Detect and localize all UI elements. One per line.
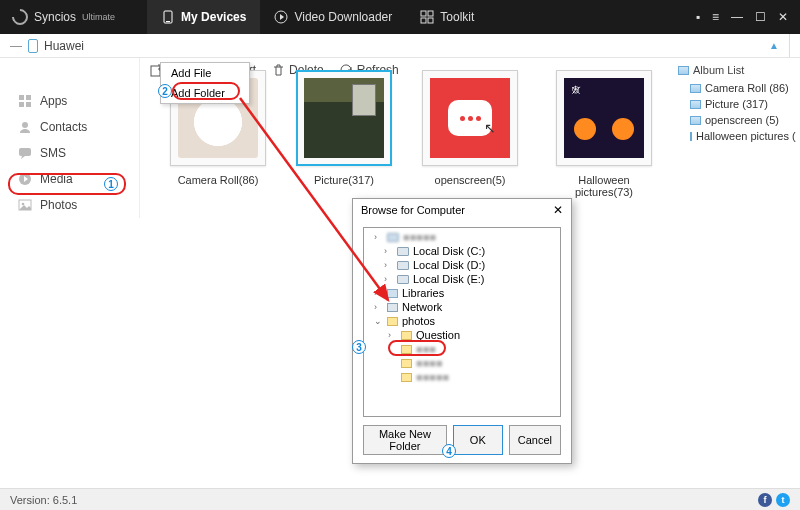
device-eject-icon[interactable]: ▲ — [769, 40, 779, 51]
expand-down-icon[interactable]: ⌄ — [374, 316, 383, 326]
tree-node-network[interactable]: ›Network — [366, 300, 558, 314]
top-tabs: My Devices Video Downloader Toolkit — [147, 0, 488, 34]
album-picture[interactable]: Picture(317) — [296, 70, 392, 198]
tree-label: Network — [402, 301, 442, 313]
computer-icon — [387, 233, 399, 242]
tree-node[interactable]: ■■■ — [366, 342, 558, 356]
album-openscreen[interactable]: ↖ openscreen(5) — [422, 70, 518, 198]
minimize-icon[interactable]: — — [731, 10, 743, 24]
folder-tree[interactable]: ›■■■■■ ›Local Disk (C:) ›Local Disk (D:)… — [363, 227, 561, 417]
dialog-title: Browse for Computer — [361, 204, 465, 216]
sidebar-item-photos[interactable]: Photos — [0, 192, 139, 218]
tree-node[interactable]: ■■■■ — [366, 356, 558, 370]
album-list-header: Album List — [678, 64, 796, 76]
device-phone-icon — [28, 39, 38, 53]
tree-label: photos — [402, 315, 435, 327]
notify-icon[interactable]: ▪ — [696, 10, 700, 24]
tree-node-c[interactable]: ›Local Disk (C:) — [366, 244, 558, 258]
album-thumb: ↖ — [422, 70, 518, 166]
device-name[interactable]: Huawei — [44, 39, 84, 53]
network-icon — [387, 303, 398, 312]
tree-node[interactable]: ■■■■■ — [366, 370, 558, 384]
add-file-item[interactable]: Add File — [161, 63, 249, 83]
svg-rect-3 — [421, 11, 426, 16]
tree-node-e[interactable]: ›Local Disk (E:) — [366, 272, 558, 286]
twitter-icon[interactable]: t — [776, 493, 790, 507]
sms-icon — [18, 146, 32, 160]
album-list-item[interactable]: Picture (317) — [678, 96, 796, 112]
tab-toolkit[interactable]: Toolkit — [406, 0, 488, 34]
app-brand: Syncios Ultimate — [0, 9, 127, 25]
browse-dialog: Browse for Computer ✕ ›■■■■■ ›Local Disk… — [352, 198, 572, 464]
version-label: Version: 6.5.1 — [10, 494, 77, 506]
app-name: Syncios — [34, 10, 76, 24]
svg-rect-4 — [428, 11, 433, 16]
svg-point-17 — [22, 203, 25, 206]
folder-icon — [401, 345, 412, 354]
tree-node-d[interactable]: ›Local Disk (D:) — [366, 258, 558, 272]
app-edition: Ultimate — [82, 12, 115, 22]
grid-icon — [420, 10, 434, 24]
drive-icon — [397, 261, 409, 270]
sidebar: Apps Contacts SMS Media Photos — [0, 58, 140, 218]
album-list-item[interactable]: Halloween pictures (73) — [678, 128, 796, 144]
facebook-icon[interactable]: f — [758, 493, 772, 507]
tree-node-photos[interactable]: ⌄photos — [366, 314, 558, 328]
folder-icon — [401, 359, 412, 368]
sidebar-item-sms[interactable]: SMS — [0, 140, 139, 166]
sidebar-item-media[interactable]: Media — [0, 166, 139, 192]
ok-button[interactable]: OK — [453, 425, 503, 455]
tab-video-label: Video Downloader — [294, 10, 392, 24]
media-icon — [18, 172, 32, 186]
tab-my-devices[interactable]: My Devices — [147, 0, 260, 34]
sidebar-photos-label: Photos — [40, 198, 77, 212]
album-list-item[interactable]: openscreen (5) — [678, 112, 796, 128]
sidebar-contacts-label: Contacts — [40, 120, 87, 134]
svg-rect-11 — [19, 102, 24, 107]
add-folder-item[interactable]: Add Folder — [161, 83, 249, 103]
sidebar-apps-label: Apps — [40, 94, 67, 108]
album-list-item[interactable]: Camera Roll (86) — [678, 80, 796, 96]
drive-icon — [397, 275, 409, 284]
close-icon[interactable]: ✕ — [778, 10, 788, 24]
tree-label: Local Disk (C:) — [413, 245, 485, 257]
tree-node[interactable]: ›■■■■■ — [366, 230, 558, 244]
tree-node-libraries[interactable]: ›Libraries — [366, 286, 558, 300]
device-bar: — Huawei ▲ — [0, 34, 800, 58]
play-circle-icon — [274, 10, 288, 24]
folder-icon — [401, 331, 412, 340]
contacts-icon — [18, 120, 32, 134]
add-dropdown: Add File Add Folder — [160, 62, 250, 104]
sidebar-item-apps[interactable]: Apps — [0, 88, 139, 114]
tab-toolkit-label: Toolkit — [440, 10, 474, 24]
cancel-button[interactable]: Cancel — [509, 425, 561, 455]
device-collapse-icon[interactable]: — — [10, 39, 22, 53]
picture-icon — [690, 84, 701, 93]
sidebar-item-contacts[interactable]: Contacts — [0, 114, 139, 140]
sidebar-sms-label: SMS — [40, 146, 66, 160]
menu-icon[interactable]: ≡ — [712, 10, 719, 24]
picture-icon — [690, 116, 701, 125]
album-label: Halloween pictures(73) — [548, 174, 660, 198]
tree-label: Libraries — [402, 287, 444, 299]
make-new-folder-button[interactable]: Make New Folder — [363, 425, 447, 455]
album-halloween[interactable]: 🕸 Halloween pictures(73) — [548, 70, 660, 198]
title-bar: Syncios Ultimate My Devices Video Downlo… — [0, 0, 800, 34]
picture-icon — [678, 66, 689, 75]
photos-icon — [18, 198, 32, 212]
drive-icon — [397, 247, 409, 256]
svg-rect-12 — [26, 102, 31, 107]
svg-point-13 — [22, 122, 28, 128]
album-list-item-label: openscreen (5) — [705, 114, 779, 126]
tab-video-downloader[interactable]: Video Downloader — [260, 0, 406, 34]
album-thumb — [296, 70, 392, 166]
tree-node-question[interactable]: ›Question — [366, 328, 558, 342]
album-list-panel: Album List Camera Roll (86) Picture (317… — [678, 64, 796, 144]
album-label: Camera Roll(86) — [178, 174, 259, 186]
phone-icon — [161, 10, 175, 24]
maximize-icon[interactable]: ☐ — [755, 10, 766, 24]
tree-label: Question — [416, 329, 460, 341]
status-bar: Version: 6.5.1 f t — [0, 488, 800, 510]
dialog-titlebar: Browse for Computer ✕ — [353, 199, 571, 221]
dialog-close-icon[interactable]: ✕ — [553, 203, 563, 217]
